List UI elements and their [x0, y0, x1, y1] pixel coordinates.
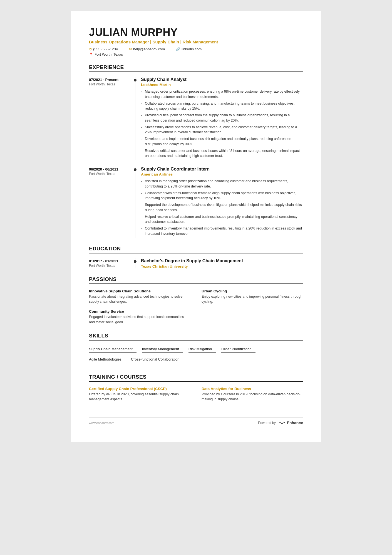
experience-date: 06/2020 - 06/2021	[89, 167, 135, 171]
skill-tag: Cross-functional Collaboration	[131, 356, 183, 363]
linkedin-icon: 🔗	[176, 47, 180, 51]
phone-number: (555) 555-1234	[93, 47, 118, 51]
skill-tag: Supply Chain Management	[89, 346, 137, 353]
email-icon: ✉	[129, 47, 132, 51]
edu-degree: Bachelor's Degree in Supply Chain Manage…	[141, 258, 303, 263]
footer-website: www.enhancv.com	[89, 421, 114, 425]
header: JULIAN MURPHY Business Operations Manage…	[89, 26, 303, 56]
training-title: Certified Supply Chain Professional (CSC…	[89, 387, 190, 391]
training-item: Certified Supply Chain Professional (CSC…	[89, 387, 190, 402]
education-entry: 01/2017 - 01/2021Fort Worth, Texas Bache…	[89, 258, 303, 268]
experience-left-col: 06/2020 - 06/2021Fort Worth, Texas	[89, 167, 135, 238]
skills-row-2: Agile MethodologiesCross-functional Coll…	[89, 356, 303, 366]
experience-right-col: Supply Chain Coordinator Intern American…	[135, 167, 303, 238]
education-container: 01/2017 - 01/2021Fort Worth, Texas Bache…	[89, 258, 303, 268]
bullet-list: Assisted in managing order prioritizatio…	[141, 179, 303, 236]
bullet-item: Managed order prioritization processes, …	[141, 89, 303, 100]
enhancv-icon	[278, 420, 286, 425]
education-section-title: EDUCATION	[89, 246, 303, 253]
location-text: Fort Worth, Texas	[95, 52, 123, 56]
passion-item: Innovative Supply Chain Solutions Passio…	[89, 289, 190, 305]
skills-container: Supply Chain ManagementInventory Managem…	[89, 346, 303, 366]
passion-title: Urban Cycling	[202, 289, 303, 293]
job-title: Supply Chain Coordinator Intern	[141, 167, 303, 172]
training-title: Data Analytics for Business	[202, 387, 303, 391]
skill-tag: Inventory Management	[142, 346, 183, 353]
bullet-item: Resolved critical customer and business …	[141, 148, 303, 159]
footer-brand: Powered by Enhancv	[258, 420, 303, 425]
bullet-item: Contributed to inventory management impr…	[141, 226, 303, 236]
candidate-title: Business Operations Manager | Supply Cha…	[89, 40, 303, 44]
company-name: American Airlines	[141, 172, 303, 176]
bullet-item: Supported the development of business ri…	[141, 202, 303, 213]
edu-school: Texas Christian University	[141, 264, 303, 268]
phone-icon: ✆	[89, 47, 92, 51]
location-row: 📍 Fort Worth, Texas	[89, 52, 303, 56]
experience-right-col: Supply Chain Analyst Lockheed Martin Man…	[135, 77, 303, 160]
bullet-item: Successfully drove operations to achieve…	[141, 125, 303, 135]
bullet-list: Managed order prioritization processes, …	[141, 89, 303, 159]
experience-left-col: 07/2021 - PresentFort Worth, Texas	[89, 77, 135, 160]
footer: www.enhancv.com Powered by Enhancv	[89, 417, 303, 425]
experience-date: 07/2021 - Present	[89, 78, 135, 82]
skill-tag: Agile Methodologies	[89, 356, 125, 363]
skills-row-1: Supply Chain ManagementInventory Managem…	[89, 346, 303, 356]
email-address: help@enhancv.com	[133, 47, 165, 51]
bullet-item: Collaborated across planning, purchasing…	[141, 101, 303, 112]
bullet-item: Helped resolve critical customer and bus…	[141, 214, 303, 225]
experience-location: Fort Worth, Texas	[89, 172, 135, 176]
experience-section-title: EXPERIENCE	[89, 64, 303, 72]
phone-item: ✆ (555) 555-1234	[89, 47, 118, 51]
company-name: Lockheed Martin	[141, 83, 303, 87]
linkedin-item: 🔗 linkedin.com	[176, 47, 202, 51]
passion-item: Urban Cycling Enjoy exploring new cities…	[202, 289, 303, 305]
powered-by-text: Powered by	[258, 421, 276, 425]
bullet-item: Assisted in managing order prioritizatio…	[141, 179, 303, 189]
bullet-item: Developed and implemented business risk …	[141, 136, 303, 147]
skill-tag: Risk Mitigation	[188, 346, 216, 353]
passions-container: Innovative Supply Chain Solutions Passio…	[89, 289, 303, 325]
training-description: Offered by APICS in 2020, covering essen…	[89, 392, 190, 402]
resume-page: JULIAN MURPHY Business Operations Manage…	[71, 11, 321, 442]
experience-location: Fort Worth, Texas	[89, 82, 135, 86]
passion-item: Community Service Engaged in volunteer a…	[89, 309, 190, 325]
passions-section-title: PASSIONS	[89, 276, 303, 284]
training-container: Certified Supply Chain Professional (CSC…	[89, 387, 303, 402]
candidate-name: JULIAN MURPHY	[89, 26, 303, 38]
passion-description: Enjoy exploring new cities and improving…	[202, 294, 303, 305]
experience-entry: 07/2021 - PresentFort Worth, Texas Suppl…	[89, 77, 303, 160]
experience-container: 07/2021 - PresentFort Worth, Texas Suppl…	[89, 77, 303, 238]
education-location: Fort Worth, Texas	[89, 264, 135, 268]
skills-section-title: SKILLS	[89, 333, 303, 341]
passion-title: Innovative Supply Chain Solutions	[89, 289, 190, 293]
skill-tag: Order Prioritization	[221, 346, 255, 353]
bullet-item: Provided critical point of contact from …	[141, 113, 303, 123]
enhancv-logo: Enhancv	[278, 420, 303, 425]
education-left-col: 01/2017 - 01/2021Fort Worth, Texas	[89, 258, 135, 268]
passion-title: Community Service	[89, 309, 190, 314]
education-right-col: Bachelor's Degree in Supply Chain Manage…	[135, 258, 303, 268]
job-title: Supply Chain Analyst	[141, 77, 303, 82]
contact-row: ✆ (555) 555-1234 ✉ help@enhancv.com 🔗 li…	[89, 47, 303, 51]
enhancv-brand-name: Enhancv	[287, 421, 303, 425]
linkedin-url: linkedin.com	[182, 47, 202, 51]
bullet-item: Collaborated with cross-functional teams…	[141, 191, 303, 201]
training-item: Data Analytics for Business Provided by …	[202, 387, 303, 402]
education-date: 01/2017 - 01/2021	[89, 259, 135, 263]
email-item: ✉ help@enhancv.com	[129, 47, 165, 51]
passion-description: Passionate about integrating advanced te…	[89, 294, 190, 305]
experience-entry: 06/2020 - 06/2021Fort Worth, Texas Suppl…	[89, 167, 303, 238]
training-section-title: TRAINING / COURSES	[89, 374, 303, 382]
location-icon: 📍	[89, 53, 93, 56]
training-description: Provided by Coursera in 2019, focusing o…	[202, 392, 303, 402]
passion-description: Engaged in volunteer activities that sup…	[89, 314, 190, 325]
